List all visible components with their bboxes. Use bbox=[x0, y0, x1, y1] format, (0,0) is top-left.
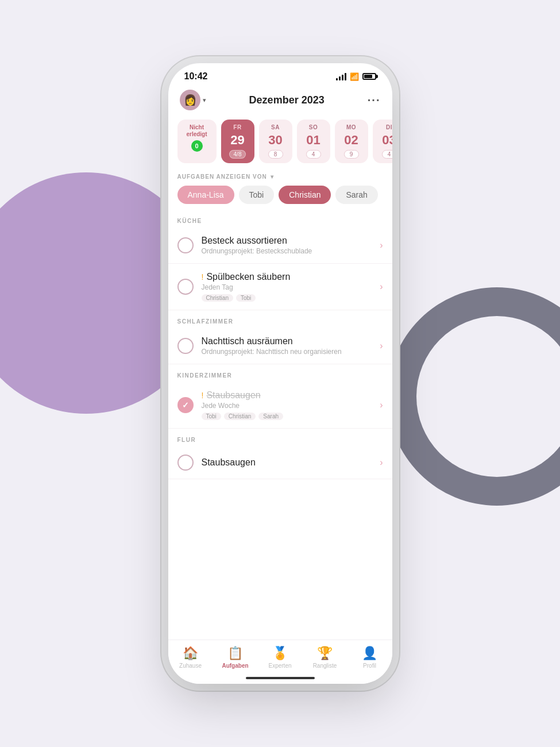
section-header-kinderzimmer: KINDERZIMMER bbox=[168, 364, 392, 382]
profile-icon: 👤 bbox=[362, 646, 377, 661]
home-bar bbox=[246, 677, 315, 679]
home-icon: 🏠 bbox=[183, 646, 198, 661]
experts-icon: 🏅 bbox=[272, 646, 288, 661]
task-subtitle-spulbecken: Jeden Tag bbox=[202, 283, 372, 291]
task-item-nachttisch[interactable]: Nachttisch ausräumen Ordnungsprojekt: Na… bbox=[168, 328, 392, 364]
task-tag-christian-k: Christian bbox=[224, 413, 256, 420]
header: 👩 ▾ Dezember 2023 ··· bbox=[168, 85, 392, 116]
task-tag-christian: Christian bbox=[202, 294, 233, 302]
cal-day-num-mo02: 02 bbox=[344, 133, 358, 148]
task-item-spulbecken[interactable]: ! Spülbecken säubern Jeden Tag Christian… bbox=[168, 264, 392, 310]
task-title-spulbecken: ! Spülbecken säubern bbox=[202, 272, 372, 282]
not-done-badge: 0 bbox=[191, 140, 203, 152]
task-info-staubsaugen-flur: Staubsaugen bbox=[202, 457, 372, 468]
filter-chip-sarah[interactable]: Sarah bbox=[335, 186, 377, 204]
nav-item-profil[interactable]: 👤 Profil bbox=[353, 646, 387, 669]
task-item-staubsaugen-flur[interactable]: Staubsaugen › bbox=[168, 446, 392, 479]
filter-chip-anna-lisa[interactable]: Anna-Lisa bbox=[177, 186, 234, 204]
filter-chip-tobi[interactable]: Tobi bbox=[239, 186, 275, 204]
task-chevron-nachttisch: › bbox=[380, 341, 383, 351]
filter-chips: Anna-Lisa Tobi Christian Sarah bbox=[177, 186, 383, 204]
task-chevron-staubsaugen-kinder: › bbox=[380, 400, 383, 410]
section-header-flur: FLUR bbox=[168, 429, 392, 446]
avatar: 👩 bbox=[180, 90, 200, 110]
ranking-icon: 🏆 bbox=[317, 646, 333, 661]
task-tags-staubsaugen-kinder: Tobi Christian Sarah bbox=[202, 413, 372, 420]
section-header-schlafzimmer: SCHLAFZIMMER bbox=[168, 310, 392, 328]
cal-day-num-di03: 03 bbox=[382, 133, 392, 148]
cal-badge-sa30: 8 bbox=[268, 150, 283, 159]
task-info-nachttisch: Nachttisch ausräumen Ordnungsprojekt: Na… bbox=[202, 336, 372, 356]
calendar-day-so01[interactable]: SO 01 4 bbox=[297, 120, 330, 163]
status-icons: 📶 bbox=[336, 72, 376, 81]
task-checkbox-nachttisch[interactable] bbox=[177, 338, 194, 354]
header-title: Dezember 2023 bbox=[249, 94, 325, 106]
task-tag-tobi-k: Tobi bbox=[202, 413, 221, 420]
task-checkbox-besteck[interactable] bbox=[177, 237, 194, 253]
task-chevron-staubsaugen-flur: › bbox=[380, 457, 383, 468]
task-item-besteck[interactable]: Besteck aussortieren Ordnungsprojekt: Be… bbox=[168, 228, 392, 264]
filter-chip-christian[interactable]: Christian bbox=[279, 186, 331, 204]
task-title-staubsaugen-flur: Staubsaugen bbox=[202, 457, 372, 468]
task-title-staubsaugen-kinder: ! Staubsaugen bbox=[202, 390, 372, 401]
calendar-day-di03[interactable]: DI 03 4 bbox=[373, 120, 392, 163]
nav-item-experten[interactable]: 🏅 Experten bbox=[263, 646, 298, 669]
task-info-besteck: Besteck aussortieren Ordnungsprojekt: Be… bbox=[202, 236, 372, 255]
not-done-label: Nichterledigt bbox=[186, 124, 207, 138]
priority-icon-spulbecken: ! bbox=[202, 272, 204, 282]
bottom-nav: 🏠 Zuhause 📋 Aufgaben 🏅 Experten 🏆 Rangli… bbox=[168, 640, 392, 672]
filter-section: AUFGABEN ANZEIGEN VON ▾ Anna-Lisa Tobi C… bbox=[168, 170, 392, 210]
avatar-container[interactable]: 👩 ▾ bbox=[180, 90, 206, 110]
nav-item-rangliste[interactable]: 🏆 Rangliste bbox=[308, 646, 342, 669]
status-bar: 10:42 📶 bbox=[168, 63, 392, 85]
calendar-day-mo02[interactable]: MO 02 9 bbox=[335, 120, 368, 163]
cal-badge-di03: 4 bbox=[382, 150, 392, 159]
header-menu-button[interactable]: ··· bbox=[368, 94, 381, 107]
filter-chevron-icon: ▾ bbox=[271, 174, 274, 180]
task-chevron-besteck: › bbox=[380, 240, 383, 251]
nav-label-profil: Profil bbox=[363, 663, 376, 669]
cal-badge-mo02: 9 bbox=[344, 150, 359, 159]
task-subtitle-staubsaugen-kinder: Jede Woche bbox=[202, 402, 372, 410]
cal-day-name-so01: SO bbox=[309, 124, 318, 130]
nav-label-experten: Experten bbox=[268, 663, 291, 669]
home-indicator bbox=[168, 672, 392, 684]
cal-day-num-fr29: 29 bbox=[230, 133, 244, 148]
nav-item-zuhause[interactable]: 🏠 Zuhause bbox=[173, 646, 208, 669]
signal-icon bbox=[336, 73, 346, 80]
task-tag-tobi: Tobi bbox=[236, 294, 256, 302]
task-checkbox-staubsaugen-kinder[interactable] bbox=[177, 397, 194, 413]
nav-label-zuhause: Zuhause bbox=[179, 663, 202, 669]
cal-day-num-so01: 01 bbox=[306, 133, 320, 148]
avatar-chevron-icon: ▾ bbox=[203, 97, 206, 104]
wifi-icon: 📶 bbox=[350, 72, 359, 81]
task-subtitle-nachttisch: Ordnungsprojekt: Nachttisch neu organisi… bbox=[202, 348, 372, 356]
nav-item-aufgaben[interactable]: 📋 Aufgaben bbox=[218, 646, 253, 669]
task-checkbox-staubsaugen-flur[interactable] bbox=[177, 455, 194, 471]
battery-icon bbox=[362, 73, 376, 80]
task-item-staubsaugen-kinder[interactable]: ! Staubsaugen Jede Woche Tobi Christian … bbox=[168, 382, 392, 429]
task-tags-spulbecken: Christian Tobi bbox=[202, 294, 372, 302]
nav-label-rangliste: Rangliste bbox=[313, 663, 337, 669]
calendar-day-fr29[interactable]: FR 29 4/8 bbox=[221, 120, 254, 163]
calendar-day-sa30[interactable]: SA 30 8 bbox=[259, 120, 292, 163]
phone-frame: 10:42 📶 👩 ▾ Dezember 2023 ··· bbox=[168, 63, 392, 684]
cal-day-name-di03: DI bbox=[386, 124, 392, 130]
task-subtitle-besteck: Ordnungsprojekt: Besteckschublade bbox=[202, 247, 372, 255]
section-header-kuche: KÜCHE bbox=[168, 210, 392, 228]
task-tag-sarah-k: Sarah bbox=[258, 413, 283, 420]
priority-icon-staubsaugen-kinder: ! bbox=[202, 391, 204, 400]
tasks-icon: 📋 bbox=[227, 646, 243, 661]
task-title-nachttisch: Nachttisch ausräumen bbox=[202, 336, 372, 346]
not-done-card[interactable]: Nichterledigt 0 bbox=[177, 120, 217, 163]
task-info-spulbecken: ! Spülbecken säubern Jeden Tag Christian… bbox=[202, 272, 372, 302]
cal-day-name-fr29: FR bbox=[233, 124, 241, 130]
calendar-strip: Nichterledigt 0 FR 29 4/8 SA 30 8 SO 01 … bbox=[168, 116, 392, 170]
task-info-staubsaugen-kinder: ! Staubsaugen Jede Woche Tobi Christian … bbox=[202, 390, 372, 420]
cal-day-name-sa30: SA bbox=[271, 124, 280, 130]
task-checkbox-spulbecken[interactable] bbox=[177, 279, 194, 295]
cal-badge-so01: 4 bbox=[306, 150, 321, 159]
cal-badge-fr29: 4/8 bbox=[229, 150, 246, 159]
scroll-content: Nichterledigt 0 FR 29 4/8 SA 30 8 SO 01 … bbox=[168, 116, 392, 640]
filter-label: AUFGABEN ANZEIGEN VON ▾ bbox=[177, 174, 383, 180]
